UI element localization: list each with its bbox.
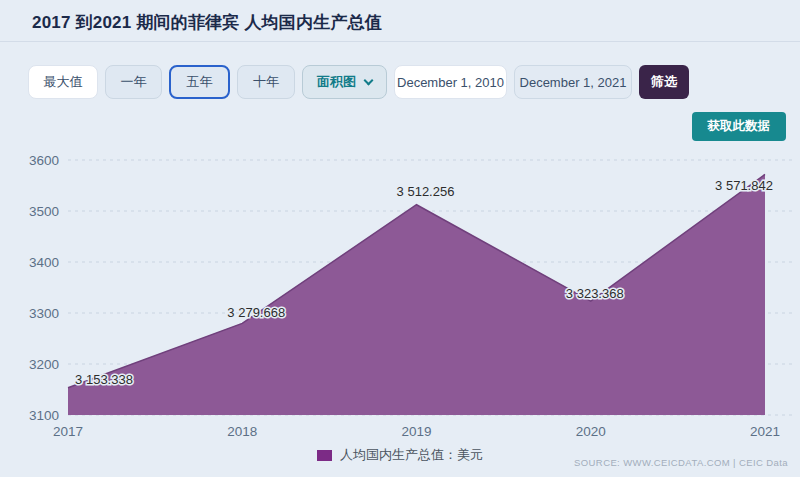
chart-svg[interactable]: 3600350034003300320031002017201820192020… — [0, 150, 800, 445]
point-label: 3 571.842 — [715, 178, 773, 193]
range-button-5-year[interactable]: 五年 — [169, 65, 230, 99]
point-label: 3 279.668 — [227, 305, 285, 320]
ceic-chart-page: 2017 到2021 期间的菲律宾 人均国内生产总值 最大值 一年 五年 十年 … — [0, 0, 800, 477]
point-label: 3 323.368 — [566, 286, 624, 301]
date-to-input[interactable] — [514, 65, 632, 99]
chart-type-value: 面积图 — [317, 73, 356, 91]
y-tick-label: 3500 — [29, 204, 59, 219]
legend-swatch — [317, 450, 332, 461]
point-label: 3 512.256 — [397, 184, 455, 199]
title-divider — [0, 41, 800, 42]
x-axis-label: 2017 — [53, 424, 83, 439]
legend-label: 人均国内生产总值：美元 — [340, 446, 483, 464]
y-tick-label: 3100 — [29, 408, 59, 423]
range-button-max[interactable]: 最大值 — [28, 65, 98, 99]
chart-area[interactable]: 3600350034003300320031002017201820192020… — [0, 150, 800, 445]
source-attribution: SOURCE: WWW.CEICDATA.COM | CEIC Data — [574, 457, 788, 468]
get-data-button[interactable]: 获取此数据 — [692, 112, 787, 141]
y-tick-label: 3600 — [29, 153, 59, 168]
chart-type-select[interactable]: 面积图 — [302, 65, 387, 99]
range-button-10-year[interactable]: 十年 — [237, 65, 295, 99]
y-tick-label: 3400 — [29, 255, 59, 270]
filter-button[interactable]: 筛选 — [639, 65, 689, 99]
date-from-input[interactable] — [394, 65, 507, 99]
x-axis-label: 2019 — [401, 424, 431, 439]
x-axis-label: 2020 — [576, 424, 606, 439]
point-label: 3 153.338 — [75, 372, 133, 387]
toolbar: 最大值 一年 五年 十年 面积图 筛选 — [28, 65, 689, 99]
x-axis-label: 2021 — [750, 424, 780, 439]
page-title: 2017 到2021 期间的菲律宾 人均国内生产总值 — [32, 11, 382, 34]
x-axis-label: 2018 — [227, 424, 257, 439]
area-shape — [68, 174, 765, 415]
chevron-down-icon — [364, 75, 374, 85]
y-tick-label: 3200 — [29, 357, 59, 372]
y-tick-label: 3300 — [29, 306, 59, 321]
range-button-1-year[interactable]: 一年 — [105, 65, 162, 99]
